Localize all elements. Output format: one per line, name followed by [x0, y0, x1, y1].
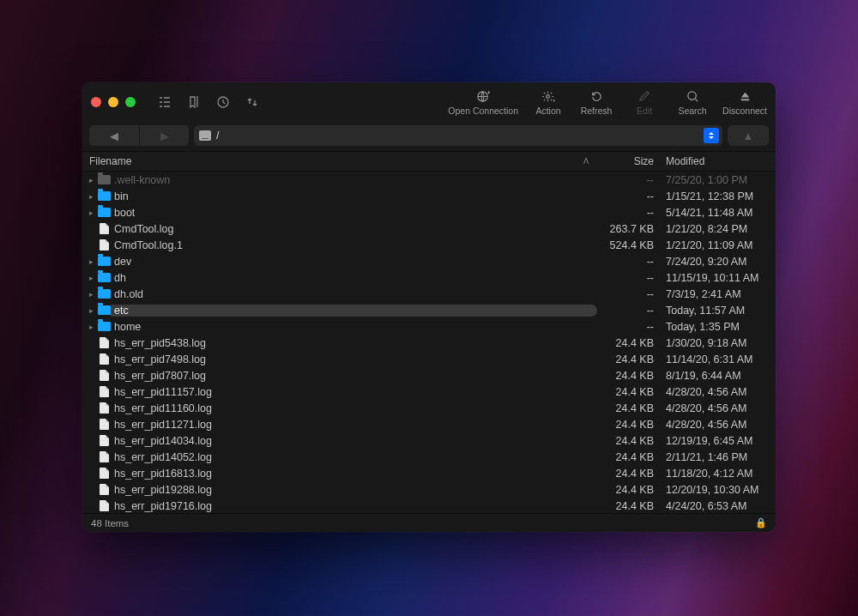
gear-icon: [541, 88, 556, 104]
column-filename[interactable]: Filename ᐱ: [86, 155, 597, 167]
disclosure-triangle-icon[interactable]: ▸: [86, 208, 96, 217]
table-row[interactable]: ▸home--Today, 1:35 PM: [82, 318, 776, 335]
drive-icon: [199, 130, 211, 141]
toolbar-small: [158, 95, 259, 109]
table-row[interactable]: ▸hs_err_pid11160.log24.4 KB4/28/20, 4:56…: [82, 400, 776, 416]
file-icon: [96, 239, 112, 251]
minimize-button[interactable]: [108, 97, 118, 107]
folder-icon: [96, 305, 112, 315]
file-size: 24.4 KB: [597, 370, 662, 382]
disclosure-triangle-icon[interactable]: ▸: [86, 290, 96, 299]
file-name: boot: [112, 207, 597, 219]
file-name: hs_err_pid7498.log: [112, 353, 597, 365]
table-row[interactable]: ▸hs_err_pid7807.log24.4 KB8/1/19, 6:44 A…: [82, 367, 776, 383]
file-icon: [96, 435, 112, 446]
table-row[interactable]: ▸hs_err_pid19288.log24.4 KB12/20/19, 10:…: [82, 481, 776, 498]
file-name: home: [112, 321, 597, 333]
file-name: etc: [107, 305, 597, 317]
disclosure-triangle-icon[interactable]: ▸: [86, 257, 96, 266]
file-size: 524.4 KB: [597, 239, 662, 251]
nav-forward-button[interactable]: ▶: [139, 125, 189, 146]
folder-icon: [96, 289, 112, 299]
sort-indicator-icon: ᐱ: [583, 157, 589, 166]
file-modified: Today, 1:35 PM: [662, 321, 772, 333]
table-row[interactable]: ▸CmdTool.log263.7 KB1/21/20, 8:24 PM: [82, 220, 776, 237]
file-modified: 8/1/19, 6:44 AM: [662, 370, 772, 382]
file-name: dh.old: [112, 288, 597, 300]
column-modified[interactable]: Modified: [662, 155, 772, 167]
outline-view-icon[interactable]: [158, 95, 172, 109]
table-row[interactable]: ▸hs_err_pid16813.log24.4 KB11/18/20, 4:1…: [82, 465, 776, 481]
file-size: 24.4 KB: [597, 435, 662, 447]
table-row[interactable]: ▸hs_err_pid5438.log24.4 KB1/30/20, 9:18 …: [82, 335, 776, 351]
file-size: 24.4 KB: [597, 337, 662, 349]
open-connection-label: Open Connection: [448, 106, 518, 116]
file-modified: 4/24/20, 6:53 AM: [662, 500, 772, 512]
disclosure-triangle-icon[interactable]: ▸: [86, 306, 96, 315]
file-name: hs_err_pid16813.log: [112, 468, 597, 480]
pencil-icon: [637, 88, 652, 104]
file-icon: [96, 484, 112, 495]
file-icon: [96, 500, 112, 511]
table-row[interactable]: ▸hs_err_pid14052.log24.4 KB2/11/21, 1:46…: [82, 449, 776, 465]
folder-icon: [96, 191, 112, 201]
search-button[interactable]: Search: [674, 88, 710, 116]
column-filename-label: Filename: [89, 155, 131, 167]
column-size[interactable]: Size: [597, 155, 662, 167]
disclosure-triangle-icon[interactable]: ▸: [86, 323, 96, 331]
table-row[interactable]: ▸.well-known--7/25/20, 1:00 PM: [82, 172, 776, 188]
bookmarks-icon[interactable]: [187, 95, 201, 109]
table-row[interactable]: ▸boot--5/14/21, 11:48 AM: [82, 204, 776, 220]
path-stepper[interactable]: [704, 128, 719, 143]
table-row[interactable]: ▸CmdTool.log.1524.4 KB1/21/20, 11:09 AM: [82, 237, 776, 253]
table-row[interactable]: ▸dh.old--7/3/19, 2:41 AM: [82, 286, 776, 302]
file-name: hs_err_pid11271.log: [112, 419, 597, 431]
folder-icon: [96, 208, 112, 217]
folder-icon: [96, 273, 112, 282]
open-connection-button[interactable]: Open Connection: [448, 88, 518, 116]
file-size: --: [597, 321, 662, 333]
refresh-button[interactable]: Refresh: [578, 88, 614, 116]
file-size: --: [597, 190, 662, 202]
refresh-icon: [589, 88, 604, 104]
history-icon[interactable]: [216, 95, 230, 109]
zoom-button[interactable]: [125, 97, 136, 107]
file-list[interactable]: ▸.well-known--7/25/20, 1:00 PM▸bin--1/15…: [82, 172, 776, 513]
disclosure-triangle-icon[interactable]: ▸: [86, 176, 96, 184]
file-icon: [96, 451, 112, 462]
table-row[interactable]: ▸dh--11/15/19, 10:11 AM: [82, 269, 776, 286]
table-row[interactable]: ▸hs_err_pid7498.log24.4 KB11/14/20, 6:31…: [82, 351, 776, 367]
file-icon: [96, 419, 112, 430]
file-modified: 12/19/19, 6:45 AM: [662, 435, 772, 447]
action-button[interactable]: Action: [530, 88, 566, 116]
go-up-button[interactable]: ▲: [728, 125, 769, 146]
disconnect-button[interactable]: Disconnect: [722, 88, 767, 116]
path-field[interactable]: /: [194, 125, 722, 146]
table-row[interactable]: ▸hs_err_pid14034.log24.4 KB12/19/19, 6:4…: [82, 432, 776, 449]
refresh-label: Refresh: [581, 106, 613, 116]
file-modified: 1/15/21, 12:38 PM: [662, 190, 772, 202]
file-name: hs_err_pid11157.log: [112, 386, 597, 398]
file-name: hs_err_pid7807.log: [112, 370, 597, 382]
svg-point-3: [687, 91, 695, 99]
file-size: 24.4 KB: [597, 468, 662, 480]
file-icon: [96, 468, 112, 479]
close-button[interactable]: [91, 97, 101, 107]
disclosure-triangle-icon[interactable]: ▸: [86, 274, 96, 282]
file-size: --: [597, 207, 662, 219]
file-icon: [96, 370, 112, 381]
table-row[interactable]: ▸dev--7/24/20, 9:20 AM: [82, 253, 776, 269]
path-bar: ◀ ▶ / ▲: [82, 122, 776, 151]
column-header: Filename ᐱ Size Modified: [82, 151, 776, 172]
file-modified: 7/3/19, 2:41 AM: [662, 288, 772, 300]
disclosure-triangle-icon[interactable]: ▸: [86, 192, 96, 201]
table-row[interactable]: ▸hs_err_pid19716.log24.4 KB4/24/20, 6:53…: [82, 498, 776, 513]
file-name: hs_err_pid19288.log: [112, 484, 597, 496]
transfers-icon[interactable]: [245, 95, 259, 109]
table-row[interactable]: ▸bin--1/15/21, 12:38 PM: [82, 188, 776, 204]
table-row[interactable]: ▸hs_err_pid11157.log24.4 KB4/28/20, 4:56…: [82, 383, 776, 400]
edit-button: Edit: [626, 88, 662, 116]
table-row[interactable]: ▸etc--Today, 11:57 AM: [82, 302, 776, 318]
table-row[interactable]: ▸hs_err_pid11271.log24.4 KB4/28/20, 4:56…: [82, 416, 776, 432]
nav-back-button[interactable]: ◀: [89, 125, 139, 146]
